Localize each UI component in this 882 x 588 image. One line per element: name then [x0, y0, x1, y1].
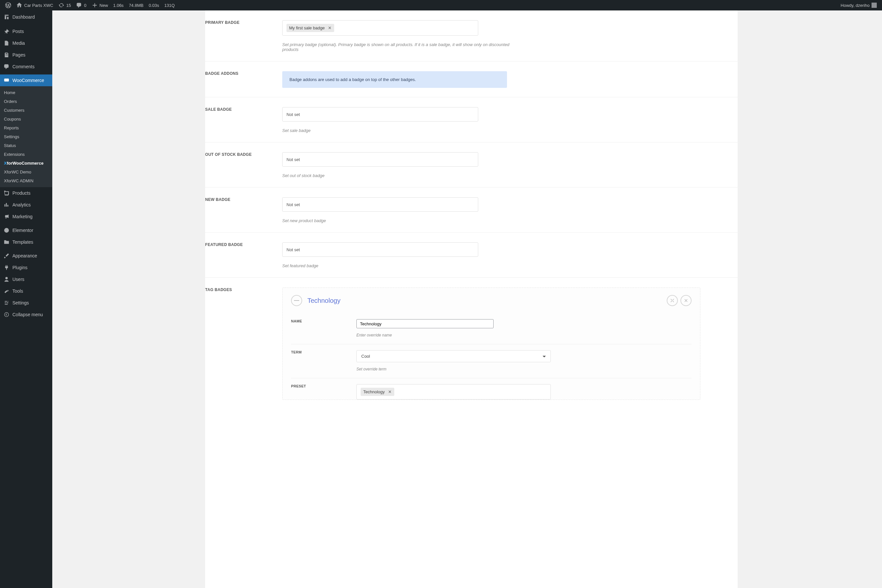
- submenu-xforwc-demo[interactable]: XforWC Demo: [0, 168, 52, 176]
- menu-settings[interactable]: Settings: [0, 297, 52, 309]
- menu-analytics[interactable]: Analytics: [0, 199, 52, 211]
- featured-badge-select[interactable]: Not set: [282, 242, 478, 257]
- wrench-icon: [3, 288, 10, 294]
- row-primary-badge: PRIMARY BADGE My first sale badge ✕ Set …: [205, 10, 738, 62]
- new-content-link[interactable]: New: [89, 0, 111, 10]
- chip-remove-icon[interactable]: ✕: [328, 26, 332, 30]
- howdy-text: Howdy, dzeriho: [840, 3, 870, 8]
- products-icon: [3, 190, 10, 196]
- card-close-button[interactable]: [681, 295, 692, 306]
- menu-media[interactable]: Media: [0, 37, 52, 49]
- new-badge-select[interactable]: Not set: [282, 197, 478, 212]
- submenu-xforwoocommerce[interactable]: XforWooCommerce: [0, 159, 52, 168]
- close-icon: [683, 298, 688, 303]
- row-oos-badge: OUT OF STOCK BADGE Not set Set out of st…: [205, 142, 738, 188]
- sale-badge-select[interactable]: Not set: [282, 107, 478, 122]
- updates-link[interactable]: 15: [56, 0, 74, 10]
- perf-time[interactable]: 1.06s: [111, 0, 126, 10]
- menu-pages[interactable]: Pages: [0, 49, 52, 61]
- submenu-orders[interactable]: Orders: [0, 97, 52, 106]
- collapse-icon: [3, 311, 10, 318]
- submenu-customers[interactable]: Customers: [0, 106, 52, 115]
- new-badge-helper: Set new product badge: [282, 218, 518, 223]
- name-helper: Enter override name: [356, 333, 552, 338]
- menu-plugins[interactable]: Plugins: [0, 262, 52, 273]
- card-row-preset: PRESET Technology ✕: [291, 378, 692, 399]
- term-helper: Set override term: [356, 367, 552, 371]
- submenu-settings[interactable]: Settings: [0, 132, 52, 141]
- elementor-icon: [3, 227, 10, 234]
- chip-remove-icon[interactable]: ✕: [388, 389, 392, 394]
- site-link[interactable]: Car Parts XWC: [14, 0, 56, 10]
- sliders-icon: [3, 300, 10, 306]
- woocommerce-submenu: Home Orders Customers Coupons Reports Se…: [0, 86, 52, 187]
- folder-icon: [3, 239, 10, 245]
- perf-dbtime[interactable]: 0.03s: [146, 0, 162, 10]
- submenu-coupons[interactable]: Coupons: [0, 115, 52, 123]
- menu-collapse[interactable]: Collapse menu: [0, 309, 52, 321]
- submenu-reports[interactable]: Reports: [0, 123, 52, 132]
- row-badge-addons: BADGE ADDONS Badge addons are used to ad…: [205, 62, 738, 98]
- comments-link[interactable]: 0: [74, 0, 89, 10]
- menu-comments[interactable]: Comments: [0, 61, 52, 72]
- submenu-xforwc-admin[interactable]: XforWC ADMIN: [0, 176, 52, 185]
- preset-label: PRESET: [291, 384, 356, 388]
- comments-icon: [3, 63, 10, 70]
- menu-woocommerce[interactable]: WooCommerce: [0, 75, 52, 86]
- row-tag-badges: TAG BADGES Technology: [205, 278, 738, 409]
- primary-badge-chip-label: My first sale badge: [289, 26, 325, 30]
- wordpress-icon: [5, 2, 11, 8]
- preset-chip: Technology ✕: [361, 388, 394, 396]
- brush-icon: [3, 252, 10, 259]
- plug-icon: [3, 264, 10, 271]
- admin-sidebar: Dashboard Posts Media Pages Comments Woo…: [0, 10, 52, 588]
- woocommerce-icon: [3, 77, 10, 84]
- row-sale-badge: SALE BADGE Not set Set sale badge: [205, 98, 738, 142]
- user-icon: [3, 276, 10, 283]
- caret-down-icon: [543, 356, 546, 359]
- plus-icon: [92, 2, 98, 8]
- menu-tools[interactable]: Tools: [0, 285, 52, 297]
- preset-select[interactable]: Technology ✕: [356, 384, 551, 399]
- featured-badge-label: FEATURED BADGE: [205, 242, 282, 247]
- wp-logo[interactable]: [3, 0, 14, 10]
- page-icon: [3, 52, 10, 58]
- preset-chip-label: Technology: [363, 389, 385, 394]
- update-icon: [58, 2, 64, 8]
- card-expand-button[interactable]: [667, 295, 678, 306]
- admin-bar: Car Parts XWC 15 0 New 1.06s 74.8MB 0.03…: [0, 0, 882, 10]
- card-row-name: NAME Enter override name: [291, 313, 692, 344]
- menu-posts[interactable]: Posts: [0, 26, 52, 37]
- name-label: NAME: [291, 319, 356, 323]
- minus-icon: [294, 300, 299, 301]
- menu-dashboard[interactable]: Dashboard: [0, 10, 52, 24]
- perf-memory[interactable]: 74.8MB: [126, 0, 146, 10]
- row-featured-badge: FEATURED BADGE Not set Set featured badg…: [205, 232, 738, 278]
- term-dropdown[interactable]: Cool: [356, 350, 551, 362]
- analytics-icon: [3, 201, 10, 208]
- menu-elementor[interactable]: Elementor: [0, 224, 52, 236]
- perf-queries[interactable]: 131Q: [162, 0, 177, 10]
- menu-marketing[interactable]: Marketing: [0, 211, 52, 222]
- tag-badges-label: TAG BADGES: [205, 288, 282, 292]
- menu-appearance[interactable]: Appearance: [0, 250, 52, 262]
- submenu-status[interactable]: Status: [0, 141, 52, 150]
- card-collapse-button[interactable]: [291, 295, 302, 306]
- megaphone-icon: [3, 213, 10, 220]
- menu-products[interactable]: Products: [0, 187, 52, 199]
- submenu-home[interactable]: Home: [0, 88, 52, 97]
- oos-badge-select[interactable]: Not set: [282, 152, 478, 166]
- primary-badge-select[interactable]: My first sale badge ✕: [282, 20, 478, 36]
- menu-users[interactable]: Users: [0, 273, 52, 285]
- menu-templates[interactable]: Templates: [0, 236, 52, 248]
- name-input[interactable]: [356, 319, 494, 328]
- account-link[interactable]: Howdy, dzeriho: [838, 0, 879, 10]
- sale-badge-label: SALE BADGE: [205, 107, 282, 112]
- new-badge-label: NEW BADGE: [205, 197, 282, 202]
- updates-count: 15: [66, 3, 71, 8]
- submenu-extensions[interactable]: Extensions: [0, 150, 52, 159]
- expand-icon: [670, 298, 675, 303]
- media-icon: [3, 40, 10, 46]
- card-row-term: TERM Cool Set override term: [291, 344, 692, 378]
- term-value: Cool: [361, 354, 370, 358]
